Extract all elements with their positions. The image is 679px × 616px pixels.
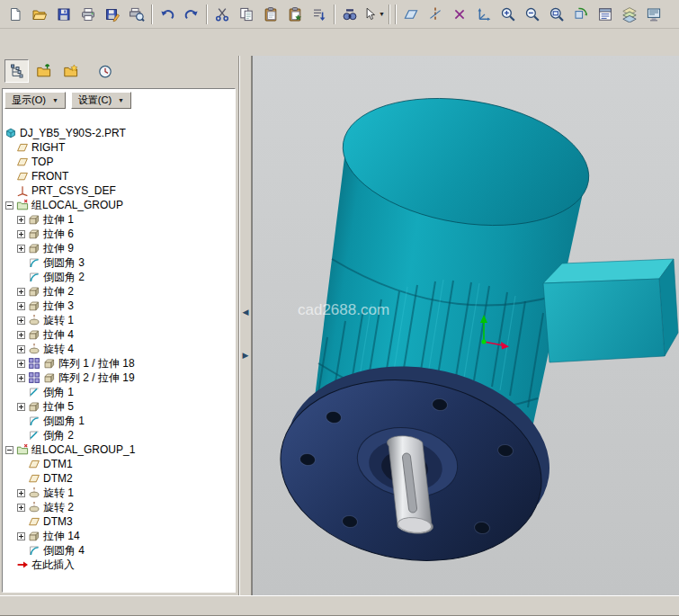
expand-toggle[interactable]	[17, 302, 25, 310]
save-copy-button[interactable]	[100, 3, 124, 25]
extrude-icon	[28, 328, 40, 341]
tree-item[interactable]: 组LOCAL_GROUP	[3, 198, 235, 212]
datum-point-display-button[interactable]	[447, 3, 471, 25]
toolbar-separator	[331, 4, 337, 25]
datum-axis-display-button[interactable]	[423, 3, 447, 25]
extrude-icon	[28, 213, 40, 226]
regenerate-button[interactable]	[307, 3, 331, 25]
tree-item[interactable]: 倒圆角 3	[3, 255, 235, 270]
expand-toggle[interactable]	[17, 230, 25, 238]
expand-toggle[interactable]	[17, 504, 25, 512]
tree-item-label: 阵列 2 / 拉伸 19	[58, 370, 135, 386]
nav-tab-model-tree[interactable]	[4, 59, 29, 83]
expand-toggle[interactable]	[17, 532, 25, 540]
settings-menu-button[interactable]: 设置(C) ▼	[71, 92, 131, 109]
tree-item[interactable]: 拉伸 2	[3, 284, 235, 299]
redo-button[interactable]	[179, 3, 203, 25]
save-button[interactable]	[51, 3, 76, 25]
tree-item[interactable]: 组LOCAL_GROUP_1	[3, 442, 235, 457]
saved-view-list-button[interactable]	[593, 3, 617, 25]
tree-item[interactable]: 在此插入	[3, 558, 235, 572]
expand-toggle[interactable]	[17, 245, 25, 253]
tree-item[interactable]: 倒圆角 4	[3, 543, 235, 558]
collapse-toggle[interactable]	[5, 446, 13, 454]
tree-item[interactable]: DJ_YB5_Y90S-2.PRT	[3, 126, 235, 140]
print-button[interactable]	[76, 3, 100, 25]
navigator-sash[interactable]: ◀ ▶	[239, 56, 252, 595]
tree-item-label: 倒圆角 3	[43, 255, 85, 271]
model-tree-tab-icon	[9, 63, 25, 79]
tree-item[interactable]: 拉伸 14	[3, 529, 235, 543]
tree-item[interactable]: 旋转 1	[3, 313, 235, 327]
expand-toggle[interactable]	[17, 216, 25, 224]
tree-item[interactable]: 旋转 4	[3, 342, 235, 356]
tree-item[interactable]: FRONT	[3, 169, 235, 183]
tree-item-label: 拉伸 14	[43, 529, 80, 544]
paste-special-button[interactable]	[282, 3, 307, 25]
motor-3d-model[interactable]: cad2688.com	[253, 56, 679, 595]
refit-button[interactable]	[544, 3, 568, 25]
find-button[interactable]	[337, 3, 362, 25]
csys-display-button[interactable]	[471, 3, 496, 25]
tree-item[interactable]: PRT_CSYS_DEF	[3, 183, 235, 198]
tree-item-label: FRONT	[31, 170, 68, 183]
graphics-viewport[interactable]: cad2688.com	[252, 56, 679, 595]
copy-button[interactable]	[234, 3, 258, 25]
tree-item[interactable]: DTM3	[3, 514, 235, 529]
tree-item[interactable]: 旋转 2	[3, 500, 235, 514]
terminal-box[interactable]	[543, 259, 678, 362]
show-menu-button[interactable]: 显示(O) ▼	[4, 92, 66, 109]
expand-navigator-button[interactable]: ▶	[240, 344, 251, 367]
expand-toggle[interactable]	[17, 489, 25, 497]
expand-toggle[interactable]	[17, 374, 25, 382]
dropdown-arrow-icon: ▼	[379, 11, 385, 17]
tree-item[interactable]: TOP	[3, 155, 235, 169]
expand-toggle[interactable]	[17, 345, 25, 353]
tree-item-label: 倒圆角 1	[43, 414, 85, 429]
undo-button[interactable]	[155, 3, 179, 25]
tree-item[interactable]: 阵列 1 / 拉伸 18	[3, 356, 235, 370]
tree-item[interactable]: DTM1	[3, 457, 235, 471]
cut-button[interactable]	[210, 3, 234, 25]
print-preview-button[interactable]	[124, 3, 148, 25]
nav-tab-history[interactable]	[93, 59, 117, 83]
tree-item[interactable]: RIGHT	[3, 140, 235, 155]
tree-item[interactable]: 拉伸 5	[3, 399, 235, 414]
tree-item[interactable]: 拉伸 1	[3, 212, 235, 227]
tree-item[interactable]: 阵列 2 / 拉伸 19	[3, 370, 235, 385]
tree-item[interactable]: DTM2	[3, 471, 235, 486]
datum-plane-icon	[16, 141, 29, 154]
open-folder-button[interactable]	[27, 3, 51, 25]
tree-item[interactable]: 倒圆角 2	[3, 270, 235, 284]
expand-toggle[interactable]	[17, 288, 25, 296]
tree-item[interactable]: 旋转 1	[3, 486, 235, 500]
nav-tab-folder-browser[interactable]	[31, 59, 56, 83]
tree-item[interactable]: 倒角 2	[3, 428, 235, 442]
tree-item[interactable]: 倒角 1	[3, 385, 235, 399]
tree-item[interactable]: 拉伸 9	[3, 241, 235, 255]
collapse-navigator-button[interactable]: ◀	[240, 300, 251, 324]
view-manager-button[interactable]	[641, 3, 666, 25]
tree-item[interactable]: 拉伸 4	[3, 327, 235, 342]
expand-toggle[interactable]	[17, 317, 25, 325]
tree-item[interactable]: 拉伸 3	[3, 299, 235, 313]
csys-display-icon	[476, 6, 492, 22]
zoom-in-button[interactable]	[496, 3, 520, 25]
nav-tab-favorites[interactable]	[58, 59, 83, 83]
datum-plane-display-button[interactable]	[398, 3, 423, 25]
expand-toggle[interactable]	[17, 331, 25, 339]
new-file-button[interactable]	[3, 3, 27, 25]
expand-toggle[interactable]	[17, 403, 25, 411]
layers-button[interactable]	[617, 3, 641, 25]
tree-item[interactable]: 拉伸 6	[3, 227, 235, 241]
extrude-icon	[28, 328, 40, 341]
zoom-out-button[interactable]	[520, 3, 544, 25]
reorient-button[interactable]	[568, 3, 593, 25]
reorient-icon	[573, 6, 589, 22]
select-filter-button[interactable]: ▼	[362, 3, 386, 25]
paste-button[interactable]	[258, 3, 282, 25]
collapse-toggle[interactable]	[5, 201, 13, 210]
datum-plane-icon	[28, 458, 40, 470]
expand-toggle[interactable]	[17, 360, 25, 368]
tree-item[interactable]: 倒圆角 1	[3, 414, 235, 428]
